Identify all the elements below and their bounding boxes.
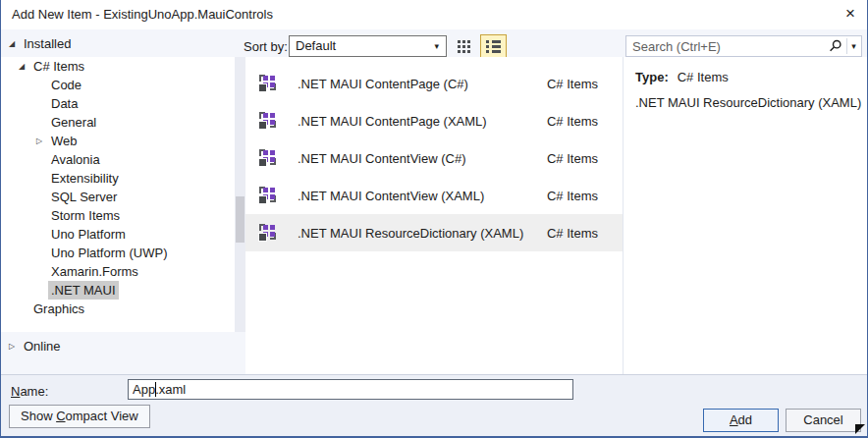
tree-item-label: Data bbox=[48, 94, 81, 113]
template-category: C# Items bbox=[547, 114, 598, 129]
list-item-net-maui-contentpage-xaml[interactable]: .NET MAUI ContentPage (XAML)C# Items bbox=[245, 102, 623, 139]
list-view-icon bbox=[486, 40, 501, 53]
expander-icon[interactable]: ▷ bbox=[7, 342, 17, 351]
tree-item-xamarin-forms[interactable]: Xamarin.Forms bbox=[1, 262, 235, 281]
tree-item-label: Extensibility bbox=[48, 169, 122, 188]
tree-item-label: Code bbox=[48, 76, 84, 94]
tree-item-label: Avalonia bbox=[48, 150, 103, 169]
tree-item-avalonia[interactable]: Avalonia bbox=[1, 150, 235, 169]
tree-scrollbar[interactable] bbox=[235, 57, 245, 332]
tree-group-installed[interactable]: ◢ Installed bbox=[7, 36, 71, 51]
template-name: .NET MAUI ResourceDictionary (XAML) bbox=[298, 226, 523, 241]
tree-item-label: Graphics bbox=[30, 300, 87, 318]
tree-item-label: Uno Platform bbox=[48, 225, 129, 244]
tree-item-label: Web bbox=[48, 132, 81, 150]
template-name: .NET MAUI ContentPage (XAML) bbox=[298, 114, 487, 129]
text-caret bbox=[155, 382, 156, 397]
tree-item-web[interactable]: ▷Web bbox=[1, 132, 235, 150]
show-compact-view-button[interactable]: Show Compact View bbox=[9, 405, 150, 428]
tree-item-label: .NET MAUI bbox=[48, 281, 119, 300]
sort-by-dropdown[interactable]: Default ▾ bbox=[289, 35, 447, 57]
template-name: .NET MAUI ContentView (XAML) bbox=[298, 189, 484, 203]
expander-icon[interactable]: ◢ bbox=[7, 39, 17, 48]
search-dropdown-icon[interactable]: ▾ bbox=[846, 38, 860, 54]
add-new-item-dialog: Add New Item - ExistingUnoApp.MauiContro… bbox=[0, 0, 868, 438]
template-description: .NET MAUI ResourceDictionary (XAML) bbox=[635, 95, 857, 110]
tree-item-general[interactable]: General bbox=[1, 113, 235, 132]
title-bar: Add New Item - ExistingUnoApp.MauiContro… bbox=[1, 0, 867, 29]
expander-icon[interactable]: ▷ bbox=[34, 132, 44, 150]
grid-view-icon bbox=[458, 40, 470, 53]
tree-item-data[interactable]: Data bbox=[1, 94, 235, 113]
template-category: C# Items bbox=[547, 77, 598, 91]
medium-icons-view-button[interactable] bbox=[452, 35, 476, 58]
maui-xaml-icon bbox=[258, 224, 276, 242]
template-category: C# Items bbox=[547, 226, 598, 241]
name-input[interactable] bbox=[128, 379, 573, 400]
list-item-net-maui-contentview-xaml[interactable]: .NET MAUI ContentView (XAML)C# Items bbox=[245, 177, 623, 214]
list-item-net-maui-contentpage-c[interactable]: .NET MAUI ContentPage (C#)C# Items bbox=[245, 65, 623, 102]
maui-csharp-icon bbox=[258, 75, 276, 92]
template-name: .NET MAUI ContentPage (C#) bbox=[298, 77, 468, 91]
sort-by-label: Sort by: bbox=[244, 39, 288, 54]
chevron-down-icon: ▾ bbox=[434, 36, 439, 56]
sort-by-value: Default bbox=[296, 38, 336, 53]
cancel-button[interactable]: Cancel bbox=[786, 409, 861, 432]
search-box: ▾ bbox=[625, 35, 862, 57]
add-button[interactable]: Add bbox=[703, 409, 779, 432]
tree-item-label: Uno Platform (UWP) bbox=[48, 244, 170, 262]
installed-label: Installed bbox=[24, 36, 71, 51]
search-icon[interactable] bbox=[829, 39, 842, 53]
type-row: Type:C# Items bbox=[635, 70, 857, 84]
list-view-button[interactable] bbox=[480, 34, 507, 58]
details-panel: Type:C# Items .NET MAUI ResourceDictiona… bbox=[623, 57, 868, 374]
mouse-cursor-arrow bbox=[855, 424, 865, 434]
tree-item-uno-platform-uwp[interactable]: Uno Platform (UWP) bbox=[1, 244, 235, 262]
tree-item-extensibility[interactable]: Extensibility bbox=[1, 169, 235, 188]
dialog-title: Add New Item - ExistingUnoApp.MauiContro… bbox=[12, 7, 273, 22]
maui-xaml-icon bbox=[258, 187, 276, 204]
maui-csharp-icon bbox=[258, 149, 276, 167]
footer-bar: Name: Show Compact View Add Cancel bbox=[1, 374, 867, 436]
maui-xaml-icon bbox=[258, 112, 276, 130]
tree-group-online[interactable]: ▷ Online bbox=[7, 339, 61, 354]
list-item-net-maui-resourcedictionary-xaml[interactable]: .NET MAUI ResourceDictionary (XAML)C# It… bbox=[245, 214, 623, 251]
tree-item-label: Storm Items bbox=[48, 206, 123, 225]
template-category-tree: ◢C# ItemsCodeDataGeneral▷WebAvaloniaExte… bbox=[1, 57, 235, 332]
tree-item-sql-server[interactable]: SQL Server bbox=[1, 188, 235, 206]
type-value: C# Items bbox=[678, 70, 729, 84]
type-label: Type: bbox=[635, 70, 669, 84]
template-category: C# Items bbox=[547, 151, 598, 166]
search-input[interactable] bbox=[626, 36, 834, 56]
tree-item-net-maui[interactable]: .NET MAUI bbox=[1, 281, 235, 300]
tree-item-code[interactable]: Code bbox=[1, 76, 235, 94]
online-label: Online bbox=[24, 339, 61, 354]
template-category: C# Items bbox=[547, 189, 598, 203]
tree-item-label: C# Items bbox=[30, 57, 87, 76]
tree-item-label: General bbox=[48, 113, 99, 132]
tree-item-label: Xamarin.Forms bbox=[48, 262, 141, 281]
expander-icon[interactable]: ◢ bbox=[17, 57, 27, 76]
tree-item-label: SQL Server bbox=[48, 188, 120, 206]
tree-item-c-items[interactable]: ◢C# Items bbox=[1, 57, 235, 76]
tree-item-uno-platform[interactable]: Uno Platform bbox=[1, 225, 235, 244]
tree-scrollbar-thumb[interactable] bbox=[236, 196, 244, 243]
list-item-net-maui-contentview-c[interactable]: .NET MAUI ContentView (C#)C# Items bbox=[245, 139, 623, 177]
tree-item-graphics[interactable]: Graphics bbox=[1, 300, 235, 318]
template-name: .NET MAUI ContentView (C#) bbox=[298, 151, 465, 166]
name-label: Name: bbox=[11, 384, 48, 399]
tree-item-storm-items[interactable]: Storm Items bbox=[1, 206, 235, 225]
close-icon[interactable]: × bbox=[845, 3, 855, 25]
template-list: .NET MAUI ContentPage (C#)C# Items.NET M… bbox=[245, 57, 623, 374]
